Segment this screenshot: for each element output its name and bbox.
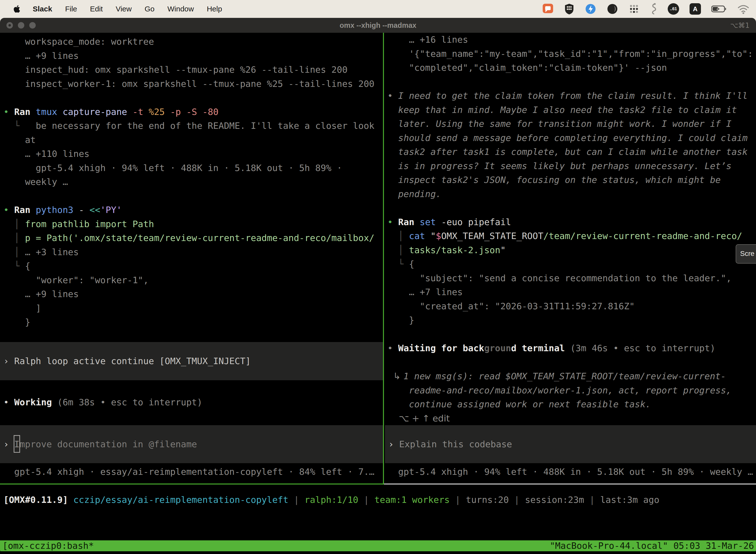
menu-item-edit[interactable]: Edit	[90, 5, 103, 13]
text-segment: workspace_mode: worktree	[3, 37, 154, 47]
terminal-line: │ p = Path('.omx/state/team/review-curre…	[3, 231, 375, 245]
text-segment: later. Using the same for transition mig…	[387, 119, 732, 129]
terminal-line: task2 after task1 is complete, but can I…	[387, 145, 753, 159]
text-segment: •	[387, 91, 398, 101]
terminal-line: └ {	[387, 257, 753, 271]
text-segment: OMX_TEAM_STATE_ROOT	[441, 231, 544, 241]
left-prompt-input[interactable]: › Improve documentation in @filename	[0, 425, 383, 463]
menu-item-help[interactable]: Help	[207, 5, 222, 13]
terminal-line: is in progress? It seems likely but perh…	[387, 159, 753, 173]
text-segment: (6m 38s • esc to interrupt)	[52, 397, 202, 407]
text-segment: │	[3, 233, 25, 243]
terminal-line: │ cat "$OMX_TEAM_STATE_ROOT/team/review-…	[387, 229, 753, 243]
text-segment: is in progress? It seems likely but perh…	[387, 161, 732, 171]
terminal-line: inspect_worker-1: omx sparkshell --tmux-…	[3, 77, 375, 91]
bolt-hex-icon[interactable]	[585, 3, 596, 15]
terminal-window[interactable]: workspace_mode: worktree … +9 lines insp…	[0, 33, 756, 554]
menu-item-window[interactable]: Window	[168, 5, 194, 13]
text-segment: … +9 lines	[3, 51, 79, 61]
omx-session-status-line: [OMX#0.11.9] cczip/essay/ai-reimplementa…	[3, 493, 659, 507]
text-segment: gpt-5.4 xhigh · 94% left · 488K in · 5.1…	[3, 163, 342, 173]
text-segment: "	[500, 245, 506, 255]
terminal-line: … +9 lines	[3, 49, 375, 63]
right-prompt-input[interactable]: › Explain this codebase	[385, 425, 756, 463]
tmux-session-label: [omx-cczip0:bash*	[2, 540, 94, 551]
text-segment: Ran	[14, 107, 36, 117]
text-segment: "	[430, 231, 436, 241]
text-segment: {	[25, 261, 30, 271]
terminal-line: inspect_hud: omx sparkshell --tmux-pane …	[3, 63, 375, 77]
terminal-line: pending.	[387, 187, 753, 201]
text-segment: └	[387, 259, 409, 269]
left-prompt-text[interactable]: › Improve documentation in @filename	[0, 425, 383, 439]
text-segment: -S	[186, 107, 202, 117]
terminal-line: readme-and-reco/mailbox/worker-1.json, a…	[387, 384, 753, 398]
text-segment: capture-pane	[63, 107, 132, 117]
right-prompt-text[interactable]: › Explain this codebase	[385, 425, 756, 439]
menu-item-view[interactable]: View	[116, 5, 131, 13]
moon-circle-icon[interactable]	[607, 3, 618, 15]
terminal-line: keep that in mind. Maybe I also need the…	[387, 103, 753, 117]
text-segment: task2 after task1 is complete, but can I…	[387, 147, 748, 157]
text-segment: |	[584, 495, 600, 505]
terminal-line: • Ran tmux capture-pane -t %25 -p -S -80	[3, 105, 375, 119]
text-segment: |	[509, 495, 525, 505]
text-segment: groun	[484, 343, 511, 353]
hook-icon[interactable]	[650, 3, 657, 15]
terminal-line: │ tasks/task-2.json"	[387, 243, 753, 258]
dots-grid-icon[interactable]	[629, 3, 639, 14]
text-segment: weekly …	[3, 177, 68, 187]
window-shortcut-hint: ⌥⌘1	[730, 21, 750, 30]
text-segment: Waiting for back	[398, 343, 484, 353]
text-segment: ›	[3, 356, 14, 366]
keyboard-layout-badge[interactable]: A	[690, 3, 701, 15]
window-title-bar[interactable]: omx --xhigh --madmax ⌥⌘1	[0, 18, 756, 33]
menu-item-slack[interactable]: Slack	[33, 5, 52, 13]
text-segment: $	[436, 231, 441, 241]
terminal-line: gpt-5.4 xhigh · 94% left · 488K in · 5.1…	[3, 161, 375, 175]
text-segment: │	[3, 247, 25, 257]
terminal-line: … +7 lines	[387, 285, 753, 299]
pane-divider[interactable]	[383, 33, 384, 484]
text-segment: pending.	[387, 189, 441, 199]
apple-menu-icon[interactable]	[13, 5, 20, 13]
terminal-line: workspace_mode: worktree	[3, 35, 375, 49]
text-segment: •	[3, 205, 14, 215]
terminal-line	[387, 75, 753, 89]
terminal-line: └ be necessary for the end of the README…	[3, 119, 375, 133]
battery-icon[interactable]	[711, 3, 727, 15]
text-segment: d terminal	[511, 343, 565, 353]
text-segment: |	[359, 495, 375, 505]
text-segment: •	[387, 343, 398, 353]
terminal-line: … +110 lines	[3, 147, 375, 161]
battery-percent-badge[interactable]: ..61	[668, 3, 679, 15]
text-segment: 'PY'	[100, 205, 122, 215]
terminal-line: ⌥ + ↑ edit	[387, 411, 753, 426]
terminal-line: inspect task2's JSON, focusing on the st…	[387, 173, 753, 187]
chat-icon[interactable]	[542, 3, 554, 15]
terminal-line: "worker": "worker-1",	[3, 273, 375, 287]
terminal-line: should send a message before completing …	[387, 131, 753, 145]
left-pane-output: workspace_mode: worktree … +9 lines insp…	[3, 35, 375, 329]
text-segment: ›	[3, 439, 14, 449]
wifi-icon[interactable]	[737, 4, 750, 14]
menu-item-go[interactable]: Go	[145, 5, 154, 13]
text-segment: -t	[132, 107, 148, 117]
text-segment: mprove documentation in @filename	[19, 439, 197, 449]
text-segment: "created_at": "2026-03-31T11:59:27.816Z"	[387, 301, 635, 311]
text-segment: [OMX#0.11.9]	[3, 495, 68, 505]
text-segment: at	[3, 135, 36, 145]
ralph-loop-banner: › Ralph loop active continue [OMX_TMUX_I…	[0, 342, 383, 380]
menu-item-file[interactable]: File	[65, 5, 77, 13]
text-segment: team:1 workers	[375, 495, 450, 505]
shield-icon[interactable]	[564, 3, 574, 15]
text-segment: 1 new msg(s): read $OMX_TEAM_STATE_ROOT/…	[403, 371, 726, 381]
text-segment: inspect_hud: omx sparkshell --tmux-pane …	[3, 64, 348, 75]
text-segment: … +7 lines	[387, 287, 462, 297]
text-segment: -euo pipefail	[441, 217, 511, 227]
terminal-line: "created_at": "2026-03-31T11:59:27.816Z"	[387, 299, 753, 314]
text-segment: /team/review-current-readme-and-reco/	[544, 231, 742, 241]
text-segment: tmux	[36, 107, 63, 117]
text-segment: I need to get the claim token from the c…	[398, 91, 748, 101]
text-segment: └	[3, 261, 25, 271]
